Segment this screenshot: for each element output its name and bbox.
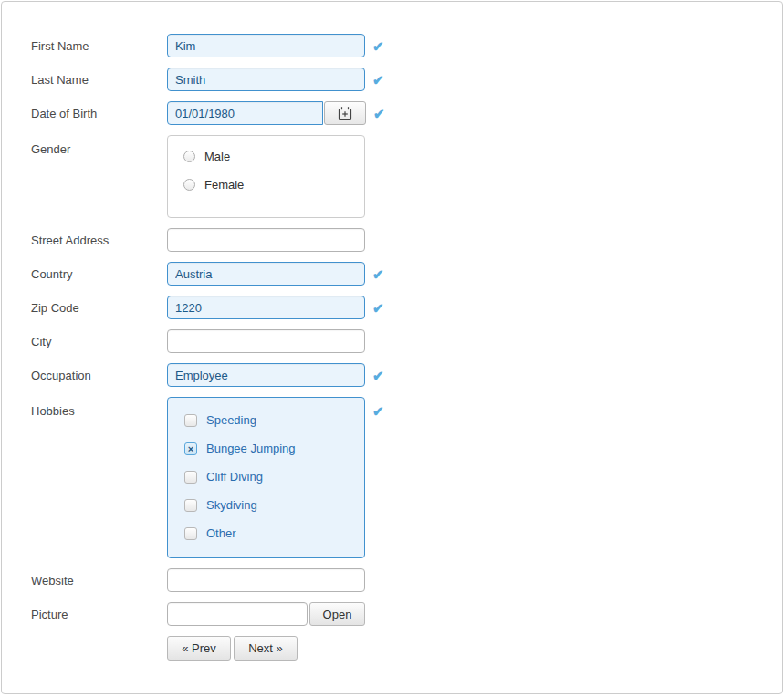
skydiving-checkbox[interactable] [184, 499, 197, 512]
hobbies-label: Hobbies [31, 397, 167, 418]
hobby-option-other[interactable]: Other [184, 526, 364, 540]
occupation-control: ✔ [167, 363, 389, 387]
hobby-option-cliff-diving[interactable]: Cliff Diving [184, 470, 364, 484]
city-control [167, 329, 389, 353]
gender-control: Male Female [167, 135, 365, 218]
dob-control: ✔ [167, 101, 390, 125]
bungee-jumping-checkbox[interactable]: × [184, 442, 197, 455]
zip-label: Zip Code [31, 301, 167, 315]
country-control: ✔ [167, 262, 389, 286]
city-input[interactable] [167, 329, 365, 353]
open-button[interactable]: Open [309, 602, 365, 626]
field-row-dob: Date of Birth ✔ [31, 101, 782, 125]
female-radio[interactable] [183, 179, 195, 191]
field-row-last-name: Last Name ✔ [31, 68, 782, 91]
calendar-icon [338, 106, 352, 120]
field-row-first-name: First Name ✔ [31, 34, 782, 57]
next-button[interactable]: Next » [234, 636, 298, 661]
occupation-label: Occupation [31, 369, 167, 382]
field-row-website: Website [31, 568, 782, 592]
gender-group: Male Female [167, 135, 365, 218]
occupation-input[interactable] [167, 363, 365, 387]
valid-check-icon: ✔ [373, 107, 390, 120]
zip-control: ✔ [167, 296, 389, 319]
other-checkbox[interactable] [184, 527, 197, 540]
field-row-city: City [31, 329, 782, 353]
field-row-country: Country ✔ [31, 262, 782, 286]
first-name-control: ✔ [167, 34, 389, 57]
field-row-zip: Zip Code ✔ [31, 296, 782, 319]
first-name-input[interactable] [167, 34, 365, 57]
last-name-label: Last Name [31, 73, 167, 87]
street-label: Street Address [31, 234, 167, 247]
female-radio-label: Female [204, 178, 244, 192]
cliff-diving-label: Cliff Diving [206, 470, 263, 484]
valid-check-icon: ✔ [372, 369, 389, 382]
speeding-label: Speeding [206, 413, 256, 427]
picture-input[interactable] [167, 602, 308, 626]
website-control [167, 568, 389, 592]
gender-label: Gender [31, 135, 167, 156]
field-row-picture: Picture Open [31, 602, 782, 626]
first-name-label: First Name [31, 39, 167, 53]
street-input[interactable] [167, 228, 365, 252]
hobby-option-speeding[interactable]: Speeding [184, 413, 364, 427]
valid-check-icon: ✔ [372, 301, 389, 315]
hobbies-group: Speeding × Bungee Jumping Cliff Diving S… [167, 397, 365, 558]
skydiving-label: Skydiving [206, 498, 257, 512]
hobby-option-bungee-jumping[interactable]: × Bungee Jumping [184, 442, 364, 455]
male-radio-label: Male [204, 150, 230, 163]
valid-check-icon: ✔ [372, 267, 389, 281]
dob-label: Date of Birth [31, 107, 167, 120]
form-panel: First Name ✔ Last Name ✔ Date of Birth [1, 1, 783, 694]
other-label: Other [206, 526, 236, 540]
valid-check-icon: ✔ [372, 404, 389, 418]
website-input[interactable] [167, 568, 365, 592]
country-input[interactable] [167, 262, 365, 286]
bungee-jumping-label: Bungee Jumping [206, 442, 296, 455]
field-row-hobbies: Hobbies Speeding × Bungee Jumping Cliff … [31, 397, 782, 558]
valid-check-icon: ✔ [372, 39, 389, 53]
prev-button[interactable]: « Prev [167, 636, 231, 661]
field-row-occupation: Occupation ✔ [31, 363, 782, 387]
last-name-control: ✔ [167, 68, 389, 91]
speeding-checkbox[interactable] [184, 414, 197, 427]
last-name-input[interactable] [167, 68, 365, 91]
hobby-option-skydiving[interactable]: Skydiving [184, 498, 364, 512]
valid-check-icon: ✔ [372, 73, 389, 87]
city-label: City [31, 335, 167, 348]
country-label: Country [31, 267, 167, 281]
picture-label: Picture [31, 608, 167, 621]
dob-input[interactable] [167, 101, 323, 125]
hobbies-control: Speeding × Bungee Jumping Cliff Diving S… [167, 397, 389, 558]
field-row-gender: Gender Male Female [31, 135, 782, 218]
cliff-diving-checkbox[interactable] [184, 471, 197, 484]
gender-option-male[interactable]: Male [183, 150, 364, 163]
calendar-button[interactable] [324, 101, 366, 125]
zip-input[interactable] [167, 296, 365, 319]
field-row-street: Street Address [31, 228, 782, 252]
wizard-nav: « Prev Next » [167, 636, 782, 661]
gender-option-female[interactable]: Female [183, 178, 364, 192]
male-radio[interactable] [183, 151, 195, 162]
street-control [167, 228, 389, 252]
picture-control: Open [167, 602, 365, 626]
website-label: Website [31, 574, 167, 588]
